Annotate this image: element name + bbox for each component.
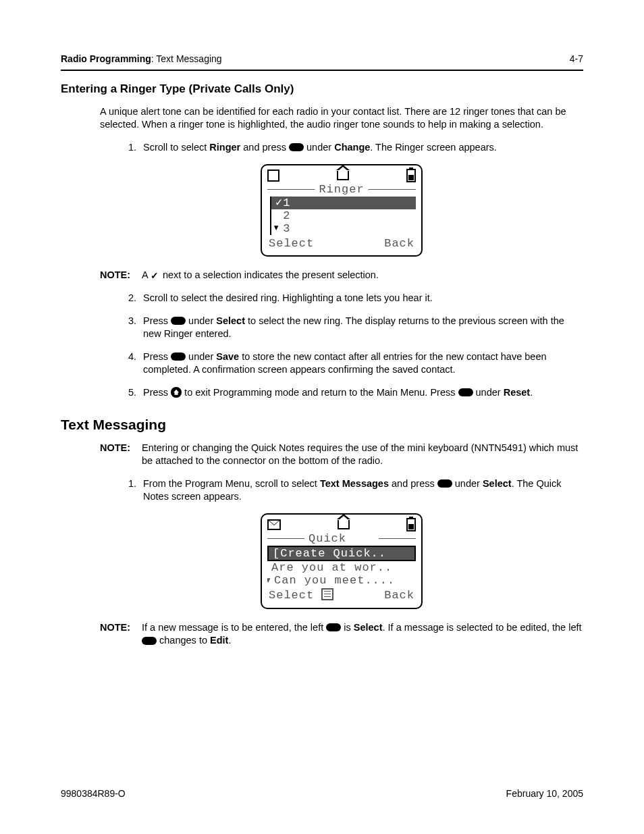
note-label: NOTE: [100, 442, 138, 468]
lcd-softkey-left: Select [269, 236, 314, 252]
scroll-down-arrow-icon: ▾ [267, 574, 272, 587]
softkey-icon [171, 317, 186, 325]
ringer-step-5: 5. Press to exit Programming mode and re… [100, 386, 583, 400]
footer-doc-id: 9980384R89-O [61, 787, 126, 800]
heading-text-messaging: Text Messaging [61, 415, 583, 434]
running-header: Radio Programming: Text Messaging 4-7 [61, 53, 583, 66]
text-steps: 1. From the Program Menu, scroll to sele… [100, 477, 583, 504]
checkmark-icon [151, 271, 160, 280]
envelope-icon [267, 519, 281, 530]
softkey-icon [289, 143, 304, 151]
lcd-title-row: Ringer [267, 183, 416, 195]
step-text: Press under Select to select the new rin… [143, 315, 583, 341]
step-text: Scroll to select the desired ring. Highl… [143, 292, 583, 305]
running-header-subsection: Text Messaging [156, 53, 221, 64]
scroll-down-arrow-icon: ▾ [273, 221, 280, 236]
step-text: From the Program Menu, scroll to select … [143, 477, 583, 504]
ringer-intro-paragraph: A unique alert tone can be identified fo… [100, 105, 583, 132]
lcd-row: 3 [271, 222, 416, 235]
softkey-icon [326, 623, 341, 631]
ringer-steps-cont: 2. Scroll to select the desired ring. Hi… [100, 292, 583, 399]
lcd-row: ▾ Can you meet.... [267, 574, 416, 587]
page-footer: 9980384R89-O February 10, 2005 [61, 787, 583, 800]
lcd-title-row: Quick Notes [267, 532, 416, 544]
ringer-step-1: 1. Scroll to select Ringer and press und… [100, 141, 583, 155]
header-rule [61, 70, 583, 71]
step-text: Scroll to select Ringer and press under … [143, 141, 583, 155]
lcd-screen-quicknotes: Quick Notes [Create Quick.. Are you at w… [261, 513, 423, 609]
lcd-list: [Create Quick.. Are you at wor.. ▾ Can y… [267, 546, 416, 587]
lcd-row-selected: ✓1 [271, 197, 416, 209]
softkey-icon [142, 637, 157, 645]
lcd-softkeys: Select Back [267, 588, 416, 604]
step-number: 1. [100, 477, 136, 504]
step-number: 4. [100, 350, 136, 377]
battery-icon [406, 518, 416, 531]
ringer-step-4: 4. Press under Save to store the new con… [100, 350, 583, 377]
lcd-softkey-left: Select [269, 588, 333, 604]
step-text: Press under Save to store the new contac… [143, 350, 583, 377]
step-text: Press to exit Programming mode and retur… [143, 386, 583, 400]
ringer-lcd-figure: Ringer ✓1 2 3 ▾ Select Back [100, 164, 583, 257]
battery-icon [406, 169, 416, 182]
footer-date: February 10, 2005 [506, 787, 583, 800]
note-label: NOTE: [100, 621, 138, 648]
lcd-list: ✓1 2 3 ▾ [270, 197, 416, 235]
menu-icon [321, 588, 333, 600]
home-button-icon [171, 387, 182, 398]
note-3: NOTE: If a new message is to be entered,… [100, 621, 583, 648]
note-body: If a new message is to be entered, the l… [142, 621, 583, 648]
lcd-softkey-right: Back [384, 588, 414, 604]
note-1: NOTE: A next to a selection indicates th… [100, 269, 583, 399]
running-header-section: Radio Programming [61, 53, 151, 64]
note-body: A next to a selection indicates the pres… [142, 269, 583, 282]
text-step-1: 1. From the Program Menu, scroll to sele… [100, 477, 583, 504]
heading-ringer-type: Entering a Ringer Type (Private Calls On… [61, 82, 583, 97]
ringer-step-3: 3. Press under Select to select the new … [100, 315, 583, 341]
running-header-left: Radio Programming: Text Messaging [61, 53, 222, 66]
step-number: 1. [100, 141, 136, 155]
lcd-screen-ringer: Ringer ✓1 2 3 ▾ Select Back [261, 164, 423, 257]
lcd-row: Are you at wor.. [267, 561, 416, 574]
page: Radio Programming: Text Messaging 4-7 En… [0, 0, 644, 834]
note-2: NOTE: Entering or changing the Quick Not… [100, 442, 583, 468]
quicknotes-lcd-figure: Quick Notes [Create Quick.. Are you at w… [100, 513, 583, 609]
status-icon-left [267, 170, 279, 182]
lcd-softkeys: Select Back [267, 236, 416, 252]
lcd-row: 2 [271, 209, 416, 222]
note-body: Entering or changing the Quick Notes req… [142, 442, 583, 468]
ringer-steps: 1. Scroll to select Ringer and press und… [100, 141, 583, 155]
lcd-title: Ringer [315, 182, 368, 198]
page-number: 4-7 [570, 53, 583, 66]
lcd-status-icons [267, 519, 416, 531]
step-number: 5. [100, 386, 136, 400]
lcd-row-selected: [Create Quick.. [267, 546, 416, 561]
softkey-icon [458, 388, 473, 396]
step-number: 3. [100, 315, 136, 341]
home-icon [338, 520, 350, 529]
softkey-icon [437, 479, 452, 488]
body-ringer: A unique alert tone can be identified fo… [100, 105, 583, 257]
note-label: NOTE: [100, 269, 138, 282]
ringer-step-2: 2. Scroll to select the desired ring. Hi… [100, 292, 583, 305]
softkey-icon [171, 353, 186, 361]
lcd-status-icons [267, 170, 416, 182]
lcd-softkey-right: Back [384, 236, 414, 252]
step-number: 2. [100, 292, 136, 305]
home-icon [337, 171, 349, 180]
body-text-messaging: NOTE: Entering or changing the Quick Not… [100, 442, 583, 609]
